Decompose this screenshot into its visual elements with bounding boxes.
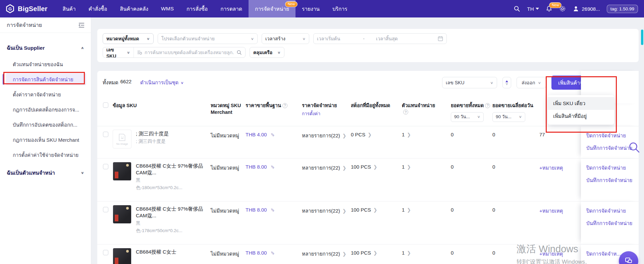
help-icon[interactable]: ? — [485, 103, 490, 108]
avg-sales-value: 0 — [492, 159, 539, 201]
nav-item-orders[interactable]: คำสั่งซื้อ — [82, 0, 114, 17]
batch-search-icon — [137, 50, 142, 55]
agents-cell[interactable]: 1❯ — [402, 245, 451, 264]
table-row: CB684授權 C女士 ไม่มีหมวดหมู่ THB 8.00 ✎ หลา… — [97, 245, 639, 264]
nav-item-products[interactable]: สินค้า — [56, 0, 82, 17]
search-icon[interactable] — [514, 5, 520, 12]
nav-item-marketing[interactable]: การตลาด — [214, 0, 249, 17]
dist-price-cell[interactable]: หลายรายการ(22)❯ — [302, 245, 351, 264]
product-thumbnail — [113, 162, 131, 181]
total-sales-value: 0 — [451, 202, 492, 244]
date-range-picker[interactable]: เวลาเริ่มต้น - เวลาสิ้นสุด — [313, 33, 447, 44]
sidebar-item-distribution-price-setting[interactable]: ตั้งค่าราคาจัดจำหน่าย — [0, 87, 91, 102]
add-note-link[interactable]: +หมายเหตุ — [539, 245, 580, 264]
row-action-link[interactable]: บันทึกการจัดจำหน่าย — [586, 219, 636, 227]
sidebar-item-distribution-cost-setting[interactable]: การตั้งค่าค่าใช้จ่ายจัดจำหน่าย — [0, 147, 91, 163]
edit-price-icon[interactable]: ✎ — [269, 133, 275, 137]
sidebar-section-dealer[interactable]: ฉันเป็นตัวแทนจำหน่า ∨ — [0, 169, 91, 177]
dist-price-cell[interactable]: หลายรายการ(22)❯ — [302, 202, 351, 244]
total-sales-value: 0 — [451, 245, 492, 264]
sales-period-select[interactable]: 90 วัน...∨ — [451, 112, 484, 122]
language-selector[interactable]: TH — [527, 6, 539, 12]
help-icon[interactable]: ? — [282, 103, 287, 108]
header-avg-sales: ยอดขายเฉลี่ยต่อวัน 90 วัน...∨ — [492, 94, 539, 126]
sort-field-select[interactable]: เลข SKU ∨ — [442, 77, 497, 88]
row-checkbox[interactable] — [103, 132, 108, 137]
product-title: ; 測三四十度是 — [136, 130, 169, 137]
nav-item-inventory[interactable]: สินค้าคงคลัง — [114, 0, 155, 17]
sidebar-item-stock-update-rules[interactable]: กฎการอัปเดตสต็อกของการจ... — [0, 102, 91, 117]
nav-item-wms[interactable]: WMS — [155, 0, 180, 17]
sidebar-item-stock-update-records[interactable]: บันทึกการอัปเดตของสต็อกก... — [0, 117, 91, 132]
version-tag: tag: 1.50.99 — [607, 5, 638, 13]
sku-field-select[interactable]: เลข SKU ∨ — [103, 47, 134, 57]
row-action-link[interactable]: ปิดการจัดจำหน่าย — [586, 132, 636, 140]
batch-action-dropdown[interactable]: ดำเนินการเป็นชุด ∨ — [140, 79, 184, 87]
category-filter-select[interactable]: หมวดหมู่ทั้งหมด ∨ — [103, 33, 154, 44]
brand[interactable]: G BigSeller — [0, 4, 56, 13]
chevron-down-icon: ∨ — [519, 115, 522, 119]
row-action-link[interactable]: ปิดการจัดจำหน่าย — [586, 207, 636, 215]
header-base-price: ราคาขายพื้นฐาน? — [246, 94, 302, 126]
edit-price-icon[interactable]: ✎ — [269, 251, 275, 255]
header-sku: ข้อมูล SKU — [113, 94, 211, 126]
dealer-filter-select[interactable]: โปรดเลือกตัวแทนจำหน่าย ∨ — [158, 33, 258, 44]
edit-price-icon[interactable]: ✎ — [269, 165, 275, 169]
row-actions: ปิดการจัดจำหน่ายบันทึกการจัดจำหน่าย — [581, 159, 639, 201]
search-input[interactable] — [145, 50, 234, 55]
sidebar-item-distribution-product-management[interactable]: การจัดการสินค้าจัดจำหน่าย — [0, 72, 91, 87]
menu-item-add-single-sku[interactable]: เพิ่ม SKU เดี่ยว — [548, 97, 614, 110]
total-sales-value: 0 — [451, 126, 492, 158]
header-category: หมวดหมู่ SKU Merchant — [211, 94, 246, 126]
filter-panel: หมวดหมู่ทั้งหมด ∨ โปรดเลือกตัวแทนจำหน่าย… — [97, 29, 639, 62]
stock-cell[interactable]: 100 PCS❯ — [351, 159, 402, 201]
edit-price-icon[interactable]: ✎ — [269, 208, 275, 212]
dist-price-cell[interactable]: หลายรายการ(22)❯ — [302, 159, 351, 201]
sidebar-section-supplier[interactable]: ฉันเป็น Supplier ∧ — [0, 44, 91, 52]
stock-cell[interactable]: 100 PCS❯ — [351, 202, 402, 244]
sort-direction-toggle[interactable] — [502, 77, 511, 88]
collapse-sidebar-icon[interactable] — [78, 22, 85, 28]
help-icon[interactable]: ? — [403, 109, 408, 115]
row-checkbox[interactable] — [103, 207, 108, 212]
chevron-down-icon: ∨ — [477, 115, 480, 119]
search-submit-icon[interactable] — [236, 50, 242, 55]
sidebar-item-sku-visibility-rules[interactable]: กฎการมองเห็น SKU Merchant — [0, 132, 91, 147]
add-note-link[interactable]: +หมายเหตุ — [539, 159, 580, 201]
chevron-down-icon: ∨ — [180, 81, 184, 85]
stock-cell[interactable]: 0 PCS❯ — [351, 126, 402, 158]
notifications[interactable]: New — [546, 5, 552, 12]
add-note-link[interactable]: +หมายเหตุ — [539, 202, 580, 244]
agents-cell[interactable]: 1❯ — [402, 202, 451, 244]
nav-item-reports[interactable]: รายงาน — [296, 0, 326, 17]
navbar-right: TH New 26908... tag: 1.50.99 — [514, 5, 644, 13]
menu-item-add-existing-product[interactable]: เพิ่มสินค้าที่มีอยู่ — [548, 110, 614, 123]
export-button[interactable]: ส่งออก ∨ — [517, 77, 546, 88]
magnifier-icon[interactable] — [628, 141, 641, 154]
dist-price-cell[interactable]: หลายรายการ(22)❯ — [302, 126, 351, 158]
row-checkbox[interactable] — [103, 250, 108, 255]
sidebar: การจัดจำหน่าย ฉันเป็น Supplier ∧ ตัวแทนจ… — [0, 17, 91, 264]
nav-item-purchase[interactable]: การสั่งซื้อ — [180, 0, 214, 17]
vertical-scrollbar[interactable] — [641, 30, 643, 45]
search-box — [134, 47, 245, 57]
sku-search-group: เลข SKU ∨ — [103, 47, 246, 58]
user-account[interactable]: 26908... — [573, 5, 600, 12]
avg-period-select[interactable]: 90 วัน...∨ — [492, 112, 525, 122]
nav-item-services[interactable]: บริการ — [326, 0, 354, 17]
fuzzy-match-select[interactable]: คลุมเครือ ∨ — [250, 47, 284, 58]
time-type-select[interactable]: เวลาสร้าง ∨ — [262, 33, 309, 44]
agents-cell[interactable]: 1❯ — [402, 126, 451, 158]
base-price-value: THB 8.00 — [246, 250, 267, 256]
product-variant: ; 測三四十度是 — [136, 138, 169, 144]
row-action-link[interactable]: บันทึกการจัดจำหน่าย — [586, 176, 636, 184]
row-action-link[interactable]: ปิดการจัดจำหน่าย — [586, 164, 636, 172]
sort-desc-icon — [505, 83, 508, 85]
price-settings-link[interactable]: การตั้งค่า — [302, 111, 351, 117]
sidebar-item-my-dealers[interactable]: ตัวแทนจำหน่ายของฉัน — [0, 57, 91, 72]
row-checkbox[interactable] — [103, 164, 108, 169]
select-all-checkbox[interactable] — [103, 102, 108, 108]
agents-cell[interactable]: 1❯ — [402, 159, 451, 201]
stock-cell[interactable]: 100 PCS❯ — [351, 245, 402, 264]
nav-item-distribution[interactable]: การจัดจำหน่าย New — [249, 0, 296, 17]
